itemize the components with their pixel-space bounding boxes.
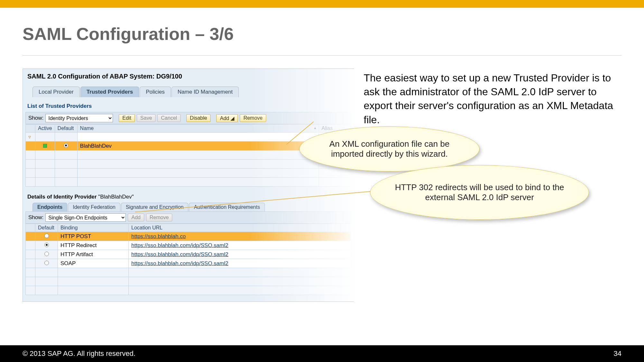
default-radio[interactable] [44,234,49,238]
default-radio[interactable] [44,252,49,256]
tab-local-provider[interactable]: Local Provider [33,87,80,97]
default-radio[interactable] [44,261,49,265]
table-row[interactable]: SOAP https://sso.blahblah.com/idp/SSO.sa… [26,259,351,268]
table-row[interactable]: HTTP Artifact https://sso.blahblah.com/i… [26,250,351,259]
binding-cell: HTTP Redirect [58,241,129,250]
providers-toolbar: Show: Identity Providers Edit Save Cance… [25,112,351,124]
tab-name-id-management[interactable]: Name ID Management [172,87,239,97]
callout-xml-import: An XML configuration file can be importe… [299,126,480,172]
location-link[interactable]: https://sso.blahblah.com/idp/SSO.saml2 [129,241,351,250]
default-radio[interactable] [44,243,49,247]
col-ep-default: Default [35,224,58,232]
col-ep-location: Location URL [129,224,351,232]
divider [23,55,621,56]
table-row[interactable]: HTTP POST https://sso.blahblah.co [26,232,351,241]
save-button[interactable]: Save [137,114,155,122]
add-button[interactable]: Add ◢ [216,114,238,122]
provider-name-cell: BlahBlahDev [77,142,319,151]
endpoints-remove-button[interactable]: Remove [146,214,173,221]
trusted-providers-label: List of Trusted Providers [27,103,354,109]
panel-title: SAML 2.0 Configuration of ABAP System: D… [23,69,354,84]
slide-title: SAML Configuration – 3/6 [23,24,644,44]
sort-icon[interactable]: ▴ [314,125,316,130]
location-link[interactable]: https://sso.blahblah.com/idp/SSO.saml2 [129,259,351,268]
tab-policies[interactable]: Policies [140,87,171,97]
location-link[interactable]: https://sso.blahblah.com/idp/SSO.saml2 [129,250,351,259]
providers-table: Active Default Name▴ Alias ▿ BlahBlahDev [25,124,351,187]
default-radio[interactable] [64,143,68,148]
tab-trusted-providers[interactable]: Trusted Providers [80,87,139,97]
tab-identity-federation[interactable]: Identity Federation [68,203,120,211]
edit-button[interactable]: Edit [119,114,135,122]
col-default: Default [55,125,77,133]
filter-icon[interactable]: ▿ [28,134,31,140]
sap-config-panel: SAML 2.0 Configuration of ABAP System: D… [23,69,354,302]
binding-cell: HTTP Artifact [58,250,129,259]
binding-cell: HTTP POST [58,232,129,241]
footer-copyright: © 2013 SAP AG. All rights reserved. [23,349,135,358]
col-ep-binding: Binding [58,224,129,232]
table-row[interactable]: HTTP Redirect https://sso.blahblah.com/i… [26,241,351,250]
footer-bar: © 2013 SAP AG. All rights reserved. 34 [0,345,644,362]
col-name: Name▴ [77,125,319,133]
cancel-button[interactable]: Cancel [157,114,181,122]
show-label: Show: [28,115,43,121]
remove-button[interactable]: Remove [240,114,266,122]
callout-http-redirect: HTTP 302 redirects will be used to bind … [370,165,589,220]
active-indicator-icon [43,144,47,148]
slide-accent-bar [0,0,644,8]
col-active: Active [35,125,55,133]
endpoints-show-select[interactable]: Single Sign-On Endpoints [45,213,126,222]
endpoints-show-label: Show: [28,214,43,221]
endpoints-add-button[interactable]: Add [128,214,144,221]
binding-cell: SOAP [58,259,129,268]
content-area: SAML 2.0 Configuration of ABAP System: D… [23,69,621,342]
main-tabs: Local Provider Trusted Providers Policie… [33,87,354,97]
page-number: 34 [614,349,621,358]
disable-button[interactable]: Disable [186,114,210,122]
tab-endpoints[interactable]: Endpoints [33,203,67,211]
endpoints-table: Default Binding Location URL HTTP POST h… [25,224,351,295]
endpoints-toolbar: Show: Single Sign-On Endpoints Add Remov… [25,211,351,224]
location-link[interactable]: https://sso.blahblah.co [129,232,351,241]
slide-body-text: The easiest way to set up a new Trusted … [364,71,621,127]
show-select[interactable]: Identity Providers [45,114,113,122]
